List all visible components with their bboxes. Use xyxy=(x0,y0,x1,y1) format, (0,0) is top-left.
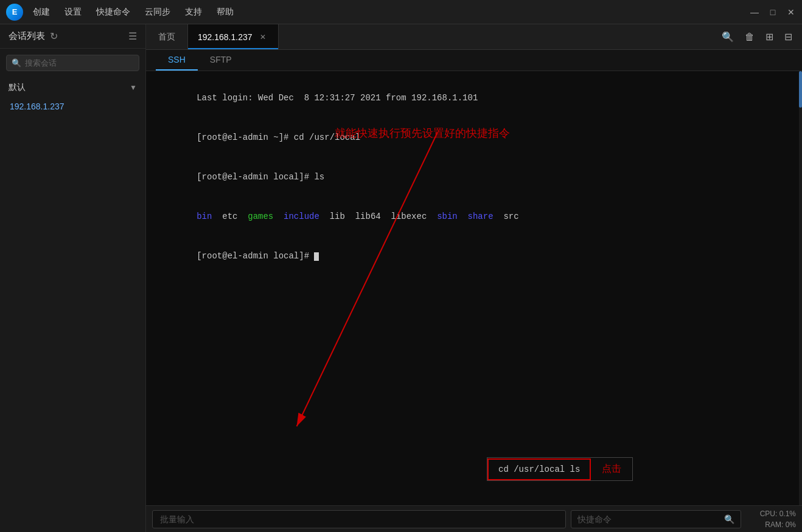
quick-cmd-search-icon[interactable]: 🔍 xyxy=(724,514,734,524)
group-arrow-icon[interactable]: ▼ xyxy=(130,83,137,92)
sessions-list-label: 会话列表 xyxy=(9,30,45,42)
grid-icon-1[interactable]: ⊞ xyxy=(762,29,777,45)
cpu-status: CPU: 0.1% xyxy=(760,508,796,519)
collapse-icon[interactable]: ☰ xyxy=(128,30,137,42)
search-input[interactable] xyxy=(25,58,134,67)
menu-help[interactable]: 帮助 xyxy=(217,4,234,20)
session-group-default: 默认 ▼ xyxy=(0,77,145,97)
tab-bar: 首页 192.168.1.237 ✕ 🔍 🗑 ⊞ ⊟ xyxy=(146,24,802,50)
terminal-line-4: bin etc games include lib lib64 libexec … xyxy=(156,197,792,237)
menu-support[interactable]: 支持 xyxy=(185,4,202,20)
quick-cmd-wrap: 🔍 xyxy=(571,510,741,528)
sidebar-header: 会话列表 ↻ ☰ xyxy=(0,24,145,49)
titlebar: E 创建 设置 快捷命令 云同步 支持 帮助 — □ ✕ xyxy=(0,0,802,24)
batch-input[interactable] xyxy=(152,510,566,528)
shortcut-cmd-text: cd /usr/local ls xyxy=(487,458,591,480)
shortcut-preview-box[interactable]: cd /usr/local ls 点击 xyxy=(487,457,633,481)
terminal-line-2: [root@el-admin ~]# cd /usr/local xyxy=(156,118,792,157)
sidebar-title: 会话列表 ↻ xyxy=(9,30,58,42)
terminal-area[interactable]: Last login: Wed Dec 8 12:31:27 2021 from… xyxy=(146,71,802,505)
terminal-cursor xyxy=(314,252,319,261)
app-logo: E xyxy=(6,4,23,21)
tab-sftp[interactable]: SFTP xyxy=(198,50,244,71)
tab-home[interactable]: 首页 xyxy=(146,24,188,49)
close-button[interactable]: ✕ xyxy=(786,7,796,17)
window-controls: — □ ✕ xyxy=(750,7,796,17)
tab-session-192-168-1-237[interactable]: 192.168.1.237 ✕ xyxy=(188,24,279,49)
search-box[interactable]: 🔍 xyxy=(6,55,139,71)
scrollbar-thumb xyxy=(799,71,802,108)
maximize-button[interactable]: □ xyxy=(768,7,778,17)
terminal-scrollbar[interactable] xyxy=(799,71,802,505)
status-info: CPU: 0.1% RAM: 0% xyxy=(760,508,796,530)
terminal-line-5: [root@el-admin local]# xyxy=(156,237,792,276)
menu-cloud-sync[interactable]: 云同步 xyxy=(145,4,170,20)
ram-status: RAM: 0% xyxy=(760,519,796,530)
menu-settings[interactable]: 设置 xyxy=(65,4,82,20)
delete-icon[interactable]: 🗑 xyxy=(741,29,758,45)
main-content: 首页 192.168.1.237 ✕ 🔍 🗑 ⊞ ⊟ SSH SFTP Last… xyxy=(146,24,802,532)
tab-close-button[interactable]: ✕ xyxy=(257,32,268,43)
sidebar-icons: ☰ xyxy=(128,30,137,42)
app-body: 会话列表 ↻ ☰ 🔍 默认 ▼ 192.168.1.237 首页 192.168… xyxy=(0,24,802,532)
tab-toolbar: 🔍 🗑 ⊞ ⊟ xyxy=(718,29,802,45)
click-label[interactable]: 点击 xyxy=(591,458,632,480)
session-type-tabs: SSH SFTP xyxy=(146,50,802,71)
menu-shortcuts[interactable]: 快捷命令 xyxy=(96,4,130,20)
tab-ssh[interactable]: SSH xyxy=(156,50,198,71)
titlebar-menu: 创建 设置 快捷命令 云同步 支持 帮助 xyxy=(33,4,234,20)
session-item-192-168-1-237[interactable]: 192.168.1.237 xyxy=(0,97,145,116)
terminal-line-3: [root@el-admin local]# ls xyxy=(156,157,792,197)
terminal-line-1: Last login: Wed Dec 8 12:31:27 2021 from… xyxy=(156,78,792,118)
sidebar: 会话列表 ↻ ☰ 🔍 默认 ▼ 192.168.1.237 xyxy=(0,24,146,532)
tab-session-label: 192.168.1.237 xyxy=(198,32,253,42)
bottom-bar: 🔍 CPU: 0.1% RAM: 0% xyxy=(146,505,802,532)
menu-create[interactable]: 创建 xyxy=(33,4,50,20)
quick-cmd-input[interactable] xyxy=(577,514,720,524)
refresh-icon[interactable]: ↻ xyxy=(50,30,58,42)
search-icon: 🔍 xyxy=(12,58,21,67)
group-label: 默认 xyxy=(9,82,26,93)
minimize-button[interactable]: — xyxy=(750,7,759,17)
search-icon[interactable]: 🔍 xyxy=(718,29,737,45)
grid-icon-2[interactable]: ⊟ xyxy=(781,29,796,45)
